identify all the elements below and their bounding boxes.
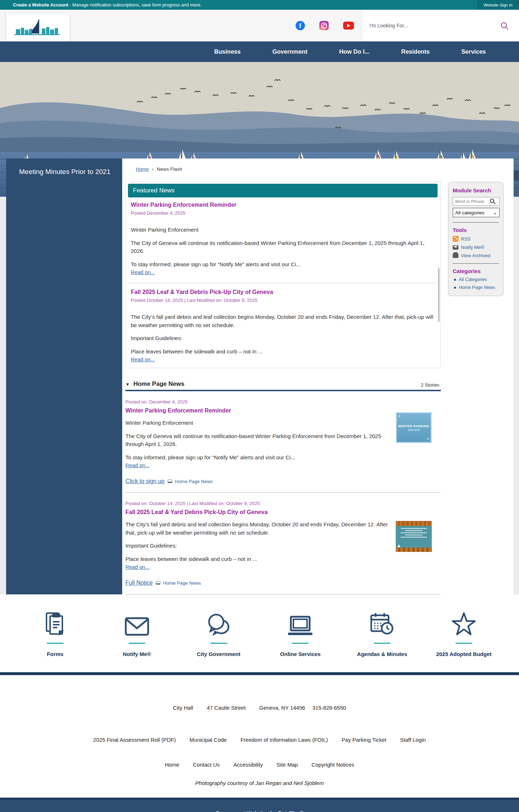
site-search (363, 10, 519, 41)
post-title[interactable]: Winter Parking Enforcement Reminder (125, 407, 441, 414)
home-page-news-toggle[interactable]: ▼Home Page News (125, 380, 185, 388)
rss-link[interactable]: RSS (461, 236, 471, 242)
assessment-roll-link[interactable]: 2025 Final Assessment Roll (PDF) (93, 737, 176, 743)
breadcrumb-current: News Flash (157, 166, 182, 172)
category-link[interactable]: Home Page News (163, 580, 201, 586)
post-thumbnail-leaf-notice[interactable] (396, 521, 432, 552)
tool-notify-me[interactable]: Notify Me® (453, 245, 499, 250)
footer-address: City Hall 47 Castle Street Geneva, NY 14… (0, 675, 519, 711)
envelope-icon (124, 617, 150, 636)
post-posted-date: Posted on: December 4, 2025 (125, 399, 441, 405)
address-phone: 315-828-6550 (312, 705, 346, 711)
read-on-link[interactable]: Read on... (131, 357, 155, 362)
read-on-link[interactable]: Read on... (131, 269, 155, 275)
quick-link-label: Notify Me® (123, 651, 151, 657)
divider (129, 283, 437, 283)
module-search-icon[interactable] (489, 198, 496, 205)
full-notice-link[interactable]: Full Notice (125, 580, 153, 586)
stories-count: 2 Stories (421, 382, 441, 388)
search-icon[interactable] (500, 22, 509, 30)
news-post: Posted on: December 4, 2025 Winter Parki… (125, 391, 441, 493)
category-select[interactable]: All categories ⌄ (453, 208, 500, 217)
foil-link[interactable]: Freedom of Information Laws (FOIL) (240, 737, 328, 743)
sidebar-item-meeting-minutes[interactable]: Meeting Minutes Prior to 2021 (19, 168, 115, 176)
featured-article-body: Winter Parking Enforcement The City of G… (131, 226, 434, 268)
social-icons: f (296, 10, 354, 41)
quick-link-label: City Government (197, 651, 240, 657)
copyright-notices-link[interactable]: Copyright Notices (311, 762, 354, 768)
category-all[interactable]: All Categories (454, 277, 499, 282)
rss-icon (453, 236, 458, 242)
nav-residents[interactable]: Residents (385, 48, 445, 55)
accent-bar (210, 643, 227, 644)
home-link[interactable]: Home (165, 762, 179, 768)
quick-links-band: Forms Notify Me® City Government On (0, 594, 519, 672)
breadcrumb-home-link[interactable]: Home (136, 166, 149, 172)
facebook-icon[interactable]: f (296, 21, 305, 30)
view-archived-link[interactable]: View Archived (461, 253, 490, 258)
forms-icon (44, 610, 67, 636)
quick-link-notify-me[interactable]: Notify Me® (99, 594, 175, 672)
paragraph: Important Guidelines: (125, 542, 392, 550)
tool-rss[interactable]: RSS (453, 236, 499, 242)
quick-link-label: 2025 Adopted Budget (436, 651, 492, 657)
module-search-title: Module Search (453, 187, 499, 193)
accessibility-link[interactable]: Accessibility (233, 762, 263, 768)
accent-bar (47, 643, 63, 644)
notify-me-link[interactable]: Notify Me® (461, 245, 484, 250)
post-title[interactable]: Fall 2025 Leaf & Yard Debris Pick-Up Cit… (125, 509, 441, 516)
home-page-news-header: ▼Home Page News 2 Stories (125, 380, 441, 391)
star-icon (451, 612, 476, 636)
nav-how-do-i[interactable]: How Do I... (323, 48, 385, 55)
page: Create a Website Account - Manage notifi… (0, 0, 519, 812)
quick-link-adopted-budget[interactable]: 2025 Adopted Budget (426, 594, 502, 672)
thumbnail-text: 2025-2026 (408, 429, 420, 431)
contact-us-link[interactable]: Contact Us (193, 762, 219, 768)
boat-logo-icon (398, 544, 400, 547)
featured-article-title[interactable]: Fall 2025 Leaf & Yard Debris Pick-Up Cit… (131, 289, 434, 295)
paragraph: Place leaves between the sidewalk and cu… (125, 555, 392, 563)
quick-link-label: Online Services (280, 651, 321, 657)
civicplus-bar: Government Websites by CivicPlus® (0, 800, 519, 812)
featured-article: Fall 2025 Leaf & Yard Debris Pick-Up Cit… (128, 285, 438, 364)
website-sign-in-button[interactable]: Website Sign In (477, 0, 519, 10)
featured-scrollbar[interactable] (438, 268, 440, 322)
click-to-sign-up-link[interactable]: Click to sign up (125, 478, 165, 485)
post-thumbnail-winter-parking[interactable]: WINTER PARKING 2025-2026 (396, 412, 432, 443)
featured-article-title[interactable]: Winter Parking Enforcement Reminder (131, 202, 434, 208)
tool-view-archived[interactable]: View Archived (453, 253, 499, 258)
civicplus-credit[interactable]: Government Websites by CivicPlus® (215, 810, 303, 812)
quick-link-online-services[interactable]: Online Services (262, 594, 338, 672)
home-page-news-link[interactable]: Home Page News (459, 285, 495, 290)
search-input[interactable] (363, 23, 482, 28)
category-home-page-news[interactable]: Home Page News (454, 285, 499, 290)
quick-link-forms[interactable]: Forms (17, 594, 93, 672)
paragraph: To stay informed, please sign up for “No… (125, 454, 392, 462)
post-actions: Full Notice Home Page News (125, 580, 441, 586)
create-account-link[interactable]: Create a Website Account (13, 3, 68, 8)
nav-business[interactable]: Business (198, 48, 256, 55)
site-map-link[interactable]: Site Map (276, 762, 298, 768)
paragraph: Important Guidelines: (131, 334, 434, 343)
quick-link-agendas-minutes[interactable]: Agendas & Minutes (344, 594, 420, 672)
accent-bar (129, 643, 145, 644)
quick-link-label: Agendas & Minutes (357, 651, 407, 657)
promo-text[interactable]: Create a Website Account - Manage notifi… (0, 3, 201, 8)
staff-login-link[interactable]: Staff Login (400, 737, 426, 743)
paragraph: Place leaves between the sidewalk and cu… (131, 348, 434, 356)
read-on-link[interactable]: Read on... (125, 463, 150, 468)
municipal-code-link[interactable]: Municipal Code (190, 737, 227, 743)
category-link[interactable]: Home Page News (175, 479, 213, 484)
nav-government[interactable]: Government (257, 48, 323, 55)
quick-link-city-government[interactable]: City Government (181, 594, 257, 672)
page-icon (168, 479, 172, 483)
youtube-icon[interactable] (343, 22, 354, 30)
nav-services[interactable]: Services (445, 48, 502, 55)
pay-parking-ticket-link[interactable]: Pay Parking Ticket (342, 737, 386, 743)
divider (453, 222, 499, 223)
address-city: Geneva, NY 14456 (259, 705, 305, 711)
instagram-icon[interactable] (319, 21, 329, 30)
read-on-link[interactable]: Read on... (125, 564, 150, 570)
promo-rest: - Manage notification subscriptions, sav… (68, 3, 202, 8)
all-categories-link[interactable]: All Categories (459, 277, 487, 282)
